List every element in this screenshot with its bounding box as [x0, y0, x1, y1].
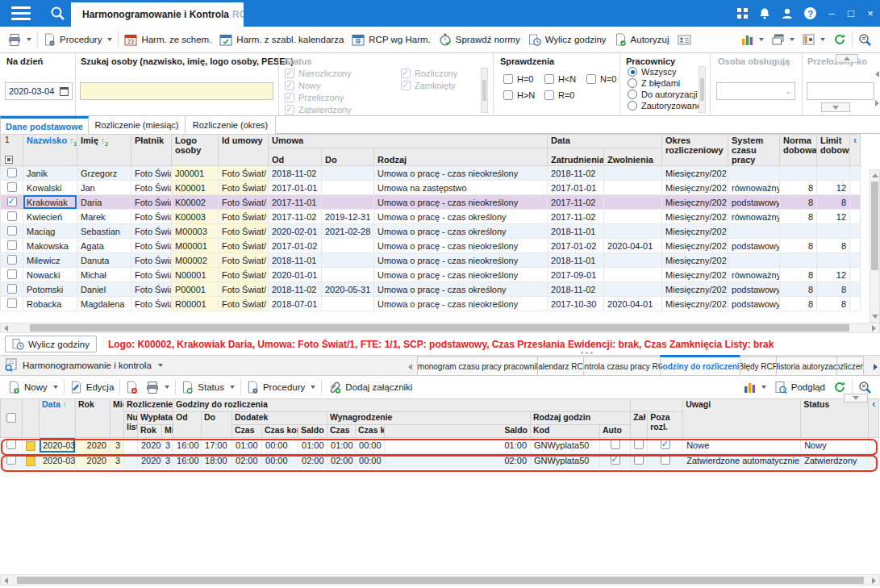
cell-imie[interactable]: Daria [77, 195, 131, 210]
row-select-cell[interactable] [1, 224, 23, 239]
cell-okres[interactable]: Miesięczny/202 [662, 166, 728, 181]
employee-row[interactable]: MakowskaAgataFoto ŚwiatM00001Foto Świat/… [1, 239, 861, 253]
row-checkbox[interactable] [661, 455, 670, 465]
cell-system[interactable]: podstawowy [728, 239, 780, 253]
row-checkbox[interactable] [7, 298, 17, 308]
cell-id_umowy[interactable]: Foto Świat/ [219, 268, 269, 282]
rcp-wg-harm-button[interactable]: RCP wg Harm. [348, 30, 434, 49]
cell-umowa_do[interactable] [322, 268, 374, 282]
cell-platnik[interactable]: Foto Świat [131, 210, 172, 224]
col-header-platnik[interactable]: Płatnik [131, 135, 172, 166]
cell-umowa_od[interactable]: 2017-01-02 [269, 239, 322, 253]
cell-nazwisko[interactable]: Nowacki [23, 268, 77, 282]
edycja-button[interactable]: Edycja [66, 377, 119, 397]
sprawdz-normy-button[interactable]: Sprawdź normy [435, 30, 524, 49]
status-zamkniety-checkbox[interactable]: Zamknięty [401, 81, 456, 90]
row-checkbox[interactable] [7, 240, 17, 250]
hours-col-dodatek-czas-kor[interactable]: Czas kor. [262, 425, 298, 438]
row-checkbox[interactable] [611, 440, 620, 449]
cell-platnik[interactable]: Foto Świat [131, 253, 172, 268]
cell-do[interactable]: 18:00 [202, 453, 232, 469]
hours-filter-expand-button[interactable] [844, 394, 868, 402]
cell-nazwisko[interactable]: Milewicz [23, 253, 77, 268]
search-data-button[interactable] [854, 30, 876, 49]
splitter-handle[interactable] [576, 352, 597, 355]
tabs-scroll-left-icon[interactable] [408, 364, 412, 370]
cell-imie[interactable]: Sebastian [77, 224, 131, 239]
hours-group-dodatek[interactable]: Dodatek [232, 412, 327, 425]
layout-windows-button[interactable] [768, 30, 799, 49]
cell-umowa_rodzaj[interactable]: Umowa o pracę - czas nieokreślony [374, 239, 548, 253]
cell-norma[interactable] [780, 253, 817, 268]
cell-wyn_czas[interactable]: 02:00 [327, 453, 356, 469]
apps-grid-icon[interactable] [732, 3, 753, 24]
osoba-obslugujaca-select[interactable]: ⌄ [716, 82, 795, 100]
hours-group-wynagrodzenie[interactable]: Wynagrodzenie [327, 412, 531, 425]
col-header-umowa-od[interactable]: Od [269, 148, 322, 166]
employee-row[interactable]: NowackiMichałFoto ŚwiatN00001Foto Świat/… [1, 268, 861, 282]
cell-umowa_rodzaj[interactable]: Umowa o pracę - czas nieokreślony [374, 268, 548, 282]
hours-col-poza[interactable]: Pozarozl. [648, 412, 683, 438]
pracownicy-scrollbar[interactable] [699, 66, 706, 113]
cell-dodatek_czas_kor[interactable]: 00:00 [262, 453, 298, 469]
cell-platnik[interactable]: Foto Świat [131, 268, 172, 282]
cell-od[interactable]: 16:00 [173, 438, 202, 453]
row-checkbox[interactable] [7, 284, 17, 294]
cell-platnik[interactable]: Foto Świat [131, 282, 172, 297]
cell-data_zatrudnienia[interactable]: 2018-11-01 [548, 224, 604, 239]
pracownicy-do-autoryzacji-radio[interactable]: Do autoryzacji [628, 90, 698, 99]
cell-auto-checkbox[interactable] [600, 438, 631, 453]
cell-umowa_do[interactable] [322, 181, 374, 195]
sprawdzenia-hgn-checkbox[interactable]: H>N [503, 90, 535, 100]
cell-umowa_do[interactable] [322, 253, 374, 268]
cell-do[interactable]: 17:00 [202, 438, 232, 453]
cell-umowa_od[interactable]: 2018-11-02 [269, 166, 322, 181]
hours-col-kod[interactable]: Kod [531, 425, 600, 438]
cell-logo_osoby[interactable]: K00001 [172, 181, 219, 195]
status-zatwierdzony-checkbox[interactable]: Zatwierdzony [285, 105, 351, 115]
cell-wyn_czas[interactable]: 01:00 [327, 438, 356, 453]
chart-view-button[interactable] [737, 30, 768, 49]
tabs-scroll-right-icon[interactable] [874, 364, 878, 370]
cell-dodatek_czas_kor[interactable]: 00:00 [262, 438, 298, 453]
row-checkbox[interactable] [7, 269, 17, 279]
sprawdzenia-n0-checkbox[interactable]: N=0 [586, 74, 617, 84]
cell-okres[interactable]: Miesięczny/202 [662, 268, 728, 282]
cell-rok[interactable]: 2020 [76, 453, 111, 469]
cell-umowa_do[interactable]: 2020-05-31 [322, 282, 374, 297]
row-select-cell[interactable] [1, 195, 23, 210]
cell-umowa_od[interactable]: 2017-01-01 [269, 181, 322, 195]
cell-wyn_saldo[interactable]: 02:00 [385, 453, 531, 469]
tab-harmonogram-czasu-pracy[interactable]: Harmonogram czasu pracy pracowników [417, 357, 538, 375]
global-search-icon[interactable] [50, 6, 65, 21]
tab-rozliczenie-miesiac[interactable]: Rozliczenie (miesiąc) [89, 116, 186, 134]
cell-umowa_do[interactable]: 2021-02-28 [322, 224, 374, 239]
cell-data_zatrudnienia[interactable]: 2017-01-02 [548, 239, 604, 253]
cell-umowa_rodzaj[interactable]: Umowa o pracę - czas nieokreślony [374, 297, 548, 311]
status-scrollbar[interactable] [481, 68, 488, 113]
hours-col-wyplata-mies[interactable]: Mies [162, 425, 173, 438]
employee-row[interactable]: RobackaMagdalenaFoto ŚwiatR00001Foto Świ… [1, 297, 861, 311]
cell-logo_osoby[interactable]: M00001 [172, 239, 219, 253]
na-dzien-date-input[interactable]: 2020-03-04 [5, 82, 73, 100]
cell-data_zwolnienia[interactable] [604, 181, 662, 195]
autoryzuj-button[interactable]: Autoryzuj [611, 30, 674, 49]
cell-okres[interactable]: Miesięczny/202 [662, 297, 728, 311]
cell-nazwisko[interactable]: Robacka [23, 297, 77, 311]
cell-limit[interactable] [817, 253, 850, 268]
cell-system[interactable]: równoważny [728, 268, 780, 282]
cell-data_zwolnienia[interactable] [604, 253, 662, 268]
wylicz-godziny-action-button[interactable]: Wylicz godziny [5, 336, 97, 352]
module-selector[interactable]: Harmonogramowanie i kontrola [4, 358, 163, 372]
col-header-umowa-rodzaj[interactable]: Rodzaj [374, 148, 548, 166]
cell-kod[interactable]: GNWyplata50 [531, 438, 600, 453]
cell-data_zwolnienia[interactable] [604, 282, 662, 297]
hours-group-rodzaj-godzin[interactable]: Rodzaj godzin [531, 412, 631, 425]
status-przeliczony-checkbox[interactable]: Przeliczony [285, 93, 344, 102]
hours-col-zal[interactable]: Zał [631, 412, 648, 438]
employee-grid-hscrollbar[interactable] [0, 323, 880, 333]
employee-row[interactable]: KrakowiakDariaFoto ŚwiatK00002Foto Świat… [1, 195, 861, 210]
cell-auto-checkbox[interactable] [600, 453, 631, 469]
cell-platnik[interactable]: Foto Świat [131, 239, 172, 253]
cell-system[interactable]: podstawowy [728, 282, 780, 297]
